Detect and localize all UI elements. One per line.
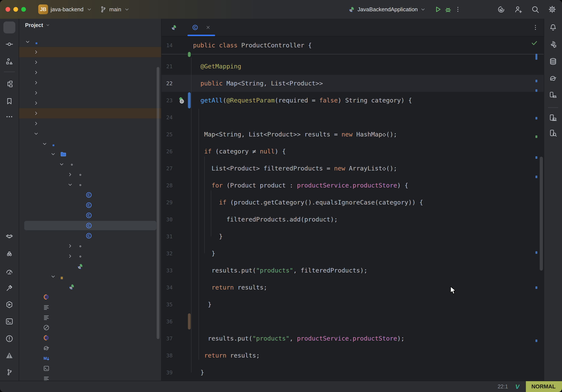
- tree-item-ProductController[interactable]: C: [19, 220, 161, 231]
- tree-chevron-open-icon[interactable]: [42, 141, 47, 147]
- code-line-36[interactable]: 36: [162, 313, 544, 330]
- tree-chevron-closed-icon[interactable]: [33, 70, 39, 75]
- endpoint-globe-icon[interactable]: [177, 96, 185, 104]
- code-with-me-icon[interactable]: [514, 5, 522, 14]
- tree-item-.idea[interactable]: M3.5 7.2c0-.9.7-1.6 1.6-1.6h4.1l2 2.1h7.…: [19, 57, 161, 67]
- code-line-29[interactable]: 29 if (product.getCategory().equalsIgnor…: [162, 194, 544, 211]
- tree-item-service[interactable]: M3.5 7.2c0-.9.7-1.6 1.6-1.6h4.1l2 2.1h7.…: [19, 251, 161, 261]
- code-line-21[interactable]: 21 @GetMapping: [162, 58, 544, 75]
- code-line-23[interactable]: 23 getAll(@RequestParam(required = false…: [162, 92, 544, 109]
- tree-item-build.gradle[interactable]: [19, 343, 161, 353]
- tree-item-JavaBackendApplication[interactable]: [19, 261, 161, 272]
- tree-chevron-open-icon[interactable]: [33, 131, 39, 136]
- tool-profiler-gauge-button[interactable]: [3, 265, 15, 277]
- close-tab-icon[interactable]: [205, 25, 211, 30]
- tree-item-.settings[interactable]: M3.5 7.2c0-.9.7-1.6 1.6-1.6h4.1l2 2.1h7.…: [19, 78, 161, 88]
- ideavim-icon[interactable]: V: [515, 383, 519, 390]
- tab-options-kebab-icon[interactable]: [532, 24, 539, 31]
- code-line-39[interactable]: 39 }: [162, 364, 544, 381]
- project-widget[interactable]: JB java-backend: [38, 0, 93, 19]
- code-line-25[interactable]: 25 Map<String, List<Product>> results = …: [162, 126, 544, 143]
- code-line-28[interactable]: 28 for (Product product : productService…: [162, 177, 544, 194]
- code-line-34[interactable]: 34 return results;: [162, 279, 544, 296]
- tool-spy-button[interactable]: [3, 248, 15, 260]
- tree-item-.gitattributes[interactable]: [19, 312, 161, 322]
- tool-structure-button[interactable]: [3, 56, 15, 67]
- tree-chevron-closed-icon[interactable]: [33, 90, 39, 96]
- tree-item-config[interactable]: M3.5 7.2c0-.9.7-1.6 1.6-1.6h4.1l2 2.1h7.…: [19, 169, 161, 180]
- code-editor[interactable]: 21 @GetMapping 22 public Map<String, Lis…: [162, 54, 544, 381]
- tree-chevron-closed-icon[interactable]: [33, 49, 39, 55]
- tree-item-.project[interactable]: [19, 333, 161, 343]
- ai-assistant-icon[interactable]: [497, 5, 505, 14]
- tree-chevron-open-icon[interactable]: [50, 274, 56, 279]
- code-line-31[interactable]: 31 }: [162, 228, 544, 245]
- tree-chevron-open-icon[interactable]: [59, 162, 64, 167]
- tree-item-java[interactable]: [19, 149, 161, 159]
- tab-JavaBackendApplication.java[interactable]: [165, 19, 186, 36]
- tree-chevron-closed-icon[interactable]: [33, 110, 39, 116]
- tool-device-explorer-button[interactable]: [547, 127, 559, 139]
- tool-bookmarks-button[interactable]: [3, 95, 15, 107]
- inspections-ok-icon[interactable]: [530, 39, 538, 47]
- caret-position[interactable]: 22:1: [498, 383, 508, 390]
- tree-item-java-backend[interactable]: M3.5 7.2c0-.9.7-1.6 1.6-1.6h4.1l2 2.1h7.…: [19, 37, 161, 47]
- minimize-window-button[interactable]: [13, 7, 18, 12]
- search-everywhere-icon[interactable]: [531, 5, 539, 14]
- close-window-button[interactable]: [6, 7, 10, 12]
- tree-item-build[interactable]: M3.5 7.2c0-.9.7-1.6 1.6-1.6h4.1l2 2.1h7.…: [19, 108, 161, 119]
- tool-project-folder-button[interactable]: M3.5 7.2c0-.9.7-1.6 1.6-1.6h4.1l2 2.1h7.…: [3, 22, 15, 33]
- tree-item-controllers[interactable]: M3.5 7.2c0-.9.7-1.6 1.6-1.6h4.1l2 2.1h7.…: [19, 180, 161, 190]
- tree-item-models[interactable]: M3.5 7.2c0-.9.7-1.6 1.6-1.6h4.1l2 2.1h7.…: [19, 241, 161, 251]
- tree-item-resources[interactable]: M3.5 7.2c0-.9.7-1.6 1.6-1.6h4.1l2 2.1h7.…: [19, 272, 161, 282]
- code-line-32[interactable]: 32 }: [162, 245, 544, 262]
- tree-item-UserController[interactable]: C: [19, 231, 161, 241]
- tool-git-branch-button[interactable]: [3, 366, 15, 378]
- project-tree-scrollbar[interactable]: [157, 67, 159, 339]
- tree-item-.factorypath[interactable]: [19, 302, 161, 312]
- tree-item-gradle[interactable]: M3.5 7.2c0-.9.7-1.6 1.6-1.6h4.1l2 2.1h7.…: [19, 119, 161, 129]
- editor-scrollbar[interactable]: [540, 157, 543, 271]
- tree-chevron-closed-icon[interactable]: [33, 59, 39, 65]
- tree-chevron-closed-icon[interactable]: [33, 80, 39, 85]
- tree-chevron-closed-icon[interactable]: [67, 172, 73, 177]
- code-line-37[interactable]: 37 results.put("products", productServic…: [162, 330, 544, 347]
- tree-item-.nx[interactable]: M3.5 7.2c0-.9.7-1.6 1.6-1.6h4.1l2 2.1h7.…: [19, 67, 161, 78]
- tree-chevron-closed-icon[interactable]: [33, 100, 39, 106]
- chevron-down-icon[interactable]: [420, 6, 426, 12]
- tree-item-.gitignore[interactable]: [19, 322, 161, 333]
- tab-ProductController.java[interactable]: C: [186, 19, 216, 36]
- vim-mode-badge[interactable]: NORMAL: [526, 381, 562, 392]
- tree-chevron-closed-icon[interactable]: [67, 253, 73, 259]
- tool-services-play-button[interactable]: [3, 299, 15, 310]
- run-button[interactable]: [434, 5, 442, 13]
- tool-ai-assistant-button[interactable]: [547, 39, 559, 51]
- tree-item-.gradle[interactable]: M3.5 7.2c0-.9.7-1.6 1.6-1.6h4.1l2 2.1h7.…: [19, 47, 161, 57]
- code-line-35[interactable]: 35 }: [162, 296, 544, 313]
- tree-item-gradlew[interactable]: [19, 363, 161, 373]
- debug-button[interactable]: [444, 5, 452, 13]
- tool-gradle-elephant-button[interactable]: [547, 72, 559, 84]
- tree-item-bin[interactable]: M3.5 7.2c0-.9.7-1.6 1.6-1.6h4.1l2 2.1h7.…: [19, 98, 161, 108]
- tree-chevron-open-icon[interactable]: [25, 39, 30, 45]
- tree-chevron-closed-icon[interactable]: [33, 121, 39, 126]
- tool-build-hammer-button[interactable]: [3, 282, 15, 294]
- tree-item-monostore.backend[interactable]: M3.5 7.2c0-.9.7-1.6 1.6-1.6h4.1l2 2.1h7.…: [19, 159, 161, 169]
- tool-warning-triangle-button[interactable]: [3, 349, 15, 361]
- tool-more-ellipsis-button[interactable]: [3, 111, 15, 123]
- tree-item-gradlew.bat[interactable]: [19, 373, 161, 381]
- tool-commit-button[interactable]: [3, 38, 15, 50]
- code-line-33[interactable]: 33 results.put("products", filteredProdu…: [162, 262, 544, 279]
- run-configuration-name[interactable]: JavaBackendApplication: [358, 6, 418, 13]
- branch-widget[interactable]: main: [99, 0, 130, 19]
- tool-database-button[interactable]: [547, 56, 559, 67]
- tool-hierarchy-button[interactable]: [3, 78, 15, 90]
- code-line-30[interactable]: 30 filteredProducts.add(product);: [162, 211, 544, 228]
- code-line-24[interactable]: 24: [162, 109, 544, 126]
- tree-item-OrderController[interactable]: C: [19, 210, 161, 220]
- tree-chevron-open-icon[interactable]: [50, 151, 56, 157]
- code-line-26[interactable]: 26 if (category ≠ null) {: [162, 143, 544, 160]
- tree-item-src[interactable]: M3.5 7.2c0-.9.7-1.6 1.6-1.6h4.1l2 2.1h7.…: [19, 129, 161, 139]
- tree-item-.vscode[interactable]: M3.5 7.2c0-.9.7-1.6 1.6-1.6h4.1l2 2.1h7.…: [19, 88, 161, 98]
- settings-gear-icon[interactable]: [548, 5, 556, 14]
